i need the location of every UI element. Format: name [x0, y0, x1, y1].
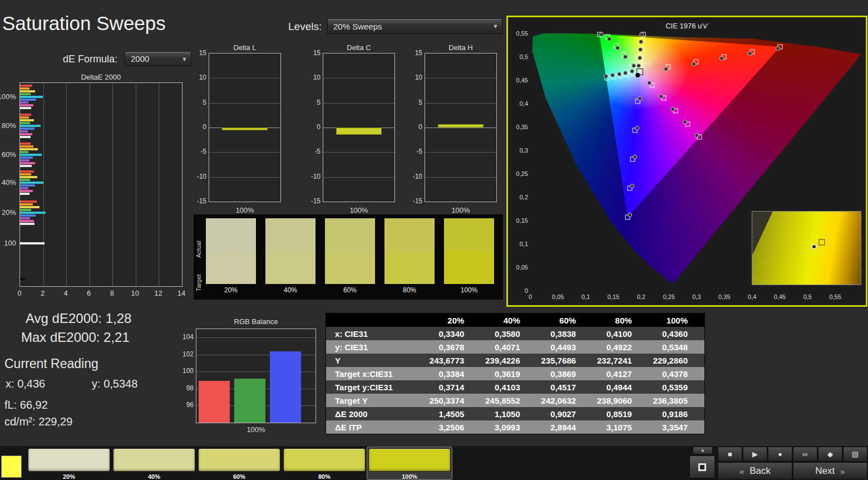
deltae-bar	[20, 214, 36, 217]
cie-x-tick-label: 0,05	[552, 293, 564, 300]
cie-y-tick-label: 0,05	[510, 264, 528, 271]
delta-y-tick-label: 5	[418, 99, 422, 106]
link-button[interactable]: ◆	[818, 447, 842, 462]
cie-measured-point	[694, 133, 699, 138]
patch-button-80%[interactable]: 80%	[282, 447, 367, 479]
chevron-down-icon: ▼	[492, 23, 499, 30]
patch-column: 100%	[444, 218, 494, 284]
delta-c-ylabels: 151050-5-10-15	[306, 53, 320, 202]
deltae-bar	[20, 119, 34, 121]
patch-column: 60%	[325, 218, 375, 284]
current-patch-swatch	[1, 455, 22, 478]
patch-button-100%[interactable]: 100%	[367, 447, 452, 479]
cie-x-tick-label: 0,55	[829, 293, 841, 300]
deltae-chart-title: DeltaE 2000	[19, 73, 183, 81]
deltae-bar	[20, 187, 28, 189]
deltae-bar	[20, 130, 28, 133]
patch-label: 60%	[325, 286, 375, 294]
target-swatch	[444, 251, 494, 284]
delta-h-xlabel: 100%	[425, 206, 497, 214]
cie-measured-point	[617, 72, 622, 76]
green-balance-bar	[234, 379, 265, 423]
table-cell-value: 1,1050	[481, 409, 536, 419]
cie-measured-point	[623, 71, 628, 75]
deltae-bar	[20, 104, 33, 106]
delta-gridline	[425, 128, 496, 128]
next-button[interactable]: Next »	[793, 462, 867, 480]
patch-button-40%[interactable]: 40%	[112, 447, 196, 479]
table-row: x: CIE310,33400,35800,38380,41000,4360	[326, 327, 704, 340]
cie-y-tick-label: 0,5	[510, 53, 528, 60]
table-cell-value: 0,5359	[649, 383, 704, 392]
patch-button-20%[interactable]: 20%	[27, 447, 111, 479]
cie-measured-point	[692, 62, 696, 66]
cie-measured-point	[776, 46, 780, 51]
deltae-bar	[20, 278, 25, 280]
cie-x-tick-label: 0,3	[692, 293, 701, 300]
panel-button[interactable]: ▤	[843, 447, 867, 462]
cie-y-tick-label: 0,35	[510, 124, 528, 130]
actual-swatch	[444, 218, 494, 251]
deltae-bar	[20, 96, 43, 98]
actual-swatch	[325, 218, 375, 251]
table-cell-value: 0,4127	[593, 369, 648, 379]
deltae-x-tick-label: 0	[17, 289, 21, 297]
max-de2000: Max dE2000: 2,21	[21, 330, 130, 345]
cie-y-tick-label: 0,55	[510, 30, 528, 37]
page-title: Saturation Sweeps	[2, 12, 166, 35]
delta-h-chart: Delta H 151050-5-10-15 100%	[408, 43, 500, 216]
table-row-label: Target y:CIE31	[326, 383, 425, 392]
back-button[interactable]: « Back	[718, 462, 792, 480]
deltae-bar	[20, 122, 30, 124]
table-header-cell: 80%	[593, 316, 648, 325]
table-cell-value: 0,4944	[593, 383, 648, 392]
record-button[interactable]: ●	[768, 447, 792, 462]
deltae-bar	[20, 165, 32, 167]
table-cell-value: 3,2506	[425, 423, 481, 432]
delta-l-ylabels: 151050-5-10-15	[192, 53, 206, 202]
patch-button-60%[interactable]: 60%	[197, 447, 282, 479]
de-formula-value: 2000	[131, 54, 149, 63]
cie-y-tick-label: 0,4	[510, 100, 528, 107]
cie-measured-point	[628, 213, 632, 217]
delta-y-tick-label: -10	[197, 173, 206, 180]
patch-label: 100%	[444, 286, 494, 294]
deltae-bar	[20, 128, 34, 130]
delta-y-tick-label: -5	[416, 148, 422, 155]
cie-x-tick-label: 0,4	[748, 293, 756, 300]
levels-dropdown[interactable]: 20% Sweeps ▼	[327, 18, 502, 34]
patch-button-label: 20%	[27, 473, 111, 480]
delta-gridline	[425, 78, 496, 79]
delta-gridline	[323, 152, 394, 153]
stop-button[interactable]: ■	[718, 447, 742, 462]
table-row: y: CIE310,36780,40710,44930,49220,5348	[326, 340, 704, 354]
cie-x-tick-label: 0,5	[803, 293, 812, 300]
de-formula-dropdown[interactable]: 2000 ▼	[125, 51, 191, 66]
table-cell-value: 0,8519	[593, 409, 648, 419]
play-button[interactable]: ▶	[743, 447, 767, 462]
delta-y-tick-label: 15	[313, 49, 320, 57]
table-cell-value: 229,2860	[649, 356, 704, 365]
deltae-bar	[20, 114, 31, 116]
red-balance-bar	[199, 381, 230, 423]
deltae-x-tick-label: 6	[87, 289, 91, 297]
collapse-button[interactable]: ▲	[693, 447, 713, 454]
stop-measure-button[interactable]	[689, 455, 715, 478]
cie-measured-point	[637, 63, 641, 68]
cie-measured-point	[719, 56, 724, 61]
delta-gridline	[209, 78, 280, 79]
next-label: Next	[815, 466, 835, 477]
delta-c-title: Delta C	[323, 43, 395, 52]
table-row-label: Target x:CIE31	[326, 369, 425, 379]
deltae-bar	[20, 125, 41, 127]
rgb-xlabel: 100%	[196, 425, 316, 434]
delta-gridline	[209, 103, 280, 104]
table-row-label: Target Y	[326, 396, 425, 405]
cie-y-tick-label: 0,1	[510, 241, 528, 247]
table-cell-value: 0,4493	[537, 342, 593, 352]
loop-button[interactable]: ∞	[793, 447, 817, 462]
table-cell-value: 250,3374	[425, 396, 481, 405]
target-swatch	[265, 251, 315, 284]
patch-label: 40%	[265, 286, 315, 294]
delta-y-tick-label: -10	[311, 173, 320, 180]
